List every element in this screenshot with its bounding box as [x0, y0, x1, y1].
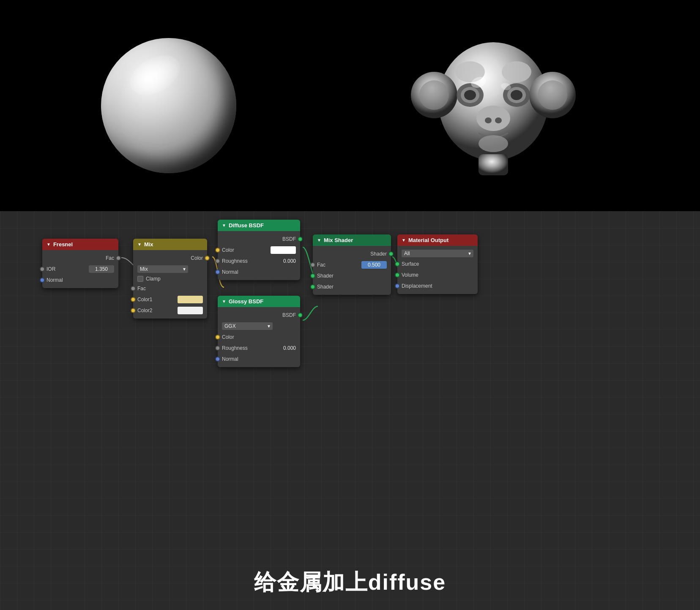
glossy-normal-row: Normal: [218, 354, 300, 365]
material-output-title: Material Output: [408, 237, 448, 243]
mix-shader-socket1[interactable]: [310, 273, 315, 278]
ggx-dropdown[interactable]: GGX ▾: [222, 322, 273, 330]
collapse-triangle[interactable]: ▼: [137, 242, 142, 247]
collapse-triangle[interactable]: ▼: [46, 242, 51, 247]
ggx-dropdown-row[interactable]: GGX ▾: [218, 321, 300, 332]
color2-swatch[interactable]: [178, 307, 203, 314]
mix-shader-socket2[interactable]: [310, 284, 315, 289]
svg-point-2: [419, 80, 449, 110]
surface-label: Surface: [402, 261, 419, 267]
color1-swatch[interactable]: [178, 296, 203, 303]
mix-dropdown[interactable]: Mix ▾: [137, 265, 188, 273]
color-output-label: Color: [137, 255, 203, 261]
surface-row: Surface: [397, 259, 478, 270]
glossy-normal-label: Normal: [222, 356, 238, 362]
mix-shader-fac-value[interactable]: 0.500: [361, 261, 387, 269]
fresnel-title: Fresnel: [53, 241, 73, 248]
diffuse-roughness-value[interactable]: 0.000: [283, 258, 296, 264]
all-select-arrow: ▾: [468, 251, 471, 256]
svg-point-16: [479, 135, 508, 152]
volume-row: Volume: [397, 270, 478, 280]
monkey-preview: [388, 17, 599, 194]
color1-label: Color1: [137, 297, 152, 302]
glossy-bsdf-node[interactable]: ▼ Glossy BSDF BSDF GGX ▾ Color: [218, 296, 300, 367]
mix-shader-fac-socket[interactable]: [310, 262, 315, 267]
volume-socket[interactable]: [395, 272, 400, 278]
svg-point-15: [495, 117, 502, 123]
ior-socket[interactable]: [40, 267, 45, 272]
collapse-triangle[interactable]: ▼: [222, 223, 226, 228]
mix-shader-node[interactable]: ▼ Mix Shader Shader Fac 0.500 Shader: [313, 234, 391, 295]
color2-socket[interactable]: [131, 308, 136, 313]
diffuse-normal-socket[interactable]: [215, 270, 220, 275]
glossy-roughness-socket[interactable]: [215, 346, 220, 351]
displacement-row: Displacement: [397, 280, 478, 291]
bsdf-output-label: BSDF: [222, 236, 296, 242]
mix-color-output: Color: [133, 253, 207, 264]
clamp-checkbox[interactable]: [137, 276, 143, 282]
svg-point-13: [476, 106, 510, 131]
mix-title: Mix: [144, 241, 153, 248]
mix-dropdown-row[interactable]: Mix ▾: [133, 264, 207, 275]
bsdf-output-socket[interactable]: [298, 237, 303, 242]
displacement-label: Displacement: [402, 283, 432, 289]
collapse-triangle[interactable]: ▼: [317, 238, 321, 242]
sphere-object: [101, 38, 236, 173]
render-area: [0, 0, 700, 211]
collapse-triangle[interactable]: ▼: [402, 238, 406, 242]
mix-shader-output: Shader: [313, 248, 391, 259]
glossy-color-row: Color: [218, 332, 300, 343]
svg-point-6: [502, 61, 531, 82]
color1-socket[interactable]: [131, 297, 136, 302]
shader2-label: Shader: [317, 284, 334, 290]
diffuse-bsdf-node[interactable]: ▼ Diffuse BSDF BSDF Color Roughness 0.00…: [218, 220, 300, 280]
glossy-bsdf-output: BSDF: [218, 310, 300, 321]
normal-socket[interactable]: [40, 278, 45, 283]
mix-fac-row: Fac: [133, 283, 207, 294]
fresnel-body: Fac IOR 1.350 Normal: [42, 250, 118, 288]
mix-shader-input1: Shader: [313, 270, 391, 281]
fac-output-socket[interactable]: [116, 256, 121, 261]
mix-shader-title: Mix Shader: [324, 237, 353, 243]
diffuse-color-socket[interactable]: [215, 248, 220, 253]
glossy-roughness-value[interactable]: 0.000: [283, 345, 296, 351]
glossy-normal-socket[interactable]: [215, 357, 220, 362]
material-output-body: All ▾ Surface Volume Displacement: [397, 246, 478, 294]
fresnel-header: ▼ Fresnel: [42, 239, 118, 250]
color1-row: Color1: [133, 294, 207, 305]
clamp-label: Clamp: [146, 276, 161, 282]
color-output-socket[interactable]: [205, 256, 210, 261]
color2-label: Color2: [137, 308, 152, 313]
diffuse-bsdf-header: ▼ Diffuse BSDF: [218, 220, 300, 231]
fresnel-node[interactable]: ▼ Fresnel Fac IOR 1.350 Normal: [42, 239, 118, 288]
mix-header: ▼ Mix: [133, 239, 207, 250]
diffuse-color-label: Color: [222, 247, 234, 253]
diffuse-color-swatch[interactable]: [271, 246, 296, 254]
glossy-bsdf-output-socket[interactable]: [298, 313, 303, 318]
diffuse-roughness-socket[interactable]: [215, 259, 220, 264]
ior-value[interactable]: 1.350: [89, 265, 114, 273]
diffuse-roughness-label: Roughness: [222, 258, 248, 264]
displacement-socket[interactable]: [395, 283, 400, 289]
all-select[interactable]: All ▾: [402, 250, 473, 257]
fac-label: Fac: [46, 255, 114, 261]
all-dropdown-row[interactable]: All ▾: [397, 248, 478, 259]
shader-output-socket[interactable]: [388, 251, 394, 256]
mix-node[interactable]: ▼ Mix Color Mix ▾ Clamp: [133, 239, 207, 319]
svg-rect-17: [479, 154, 508, 175]
glossy-roughness-label: Roughness: [222, 345, 248, 351]
glossy-color-socket[interactable]: [215, 335, 220, 340]
mix-fac-socket[interactable]: [131, 286, 136, 291]
normal-label: Normal: [46, 277, 63, 283]
clamp-row[interactable]: Clamp: [133, 275, 207, 283]
surface-socket[interactable]: [395, 261, 400, 267]
glossy-bsdf-output-label: BSDF: [222, 312, 296, 318]
volume-label: Volume: [402, 272, 418, 278]
diffuse-bsdf-output: BSDF: [218, 234, 300, 245]
svg-point-14: [485, 117, 492, 123]
material-output-node[interactable]: ▼ Material Output All ▾ Surface Volume: [397, 234, 478, 294]
collapse-triangle[interactable]: ▼: [222, 299, 226, 304]
mix-shader-body: Shader Fac 0.500 Shader Shader: [313, 246, 391, 295]
normal-row: Normal: [42, 275, 118, 286]
mix-dropdown-arrow: ▾: [183, 266, 186, 272]
